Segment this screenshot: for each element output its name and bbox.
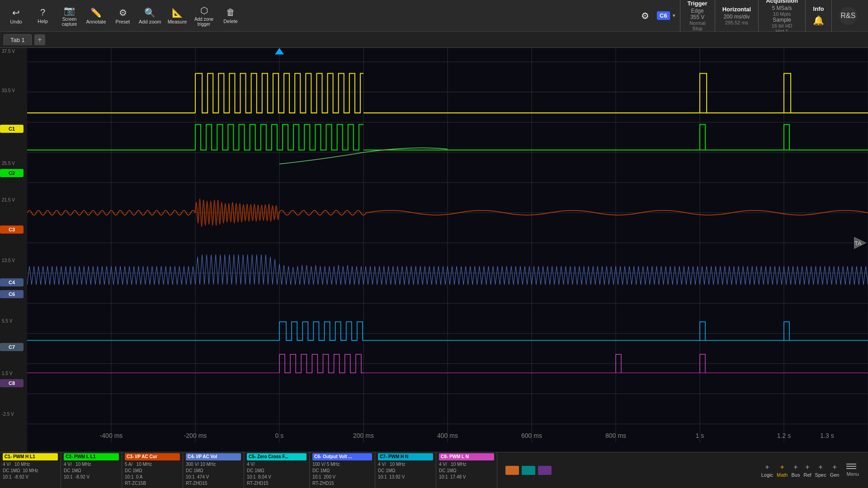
preset-icon: ⚙ bbox=[119, 7, 127, 18]
waveform-area: 37.5 V 33.5 V 29.5 V 25.5 V 21.5 V 13.5 … bbox=[0, 48, 868, 452]
color-box-purple bbox=[538, 466, 552, 475]
settings-button[interactable]: ⚙ bbox=[637, 8, 653, 24]
svg-text:-400 ms: -400 ms bbox=[100, 432, 123, 439]
main-area: Tab 1 + 37.5 V 33.5 V 29.5 V 25.5 V 21.5… bbox=[0, 32, 868, 488]
color-box-orange bbox=[505, 466, 519, 475]
info-section[interactable]: Info 🔔 bbox=[805, 0, 831, 32]
svg-text:1.2 s: 1.2 s bbox=[777, 432, 791, 439]
ch8-info[interactable]: C8- PWM L N 4 V/ 10 MHz DC 1MΩ 10:1 17.4… bbox=[436, 452, 497, 488]
right-buttons: + Logic + Math + Bus + Ref + Spec bbox=[756, 462, 868, 479]
svg-text:1.3 s: 1.3 s bbox=[820, 432, 834, 439]
ch5-info[interactable]: C5- Zero Cross F... 4 V/ DC 1MΩ 10:1 8.0… bbox=[244, 452, 310, 488]
ch4-label[interactable]: C4 bbox=[0, 278, 24, 286]
ch7-label[interactable]: C7 bbox=[0, 343, 24, 351]
camera-icon: 📷 bbox=[64, 5, 75, 16]
logic-button[interactable]: + Logic bbox=[761, 463, 773, 478]
ch8-label[interactable]: C8 bbox=[0, 379, 24, 387]
svg-text:400 ms: 400 ms bbox=[437, 432, 458, 439]
help-icon: ? bbox=[40, 7, 45, 18]
volt-label-6: 13.5 V bbox=[2, 258, 15, 263]
ch6-info[interactable]: C6- Output Volt ... 100 V/ 5 MHz DC 1MΩ … bbox=[310, 452, 375, 488]
delete-icon: 🗑 bbox=[226, 7, 235, 18]
help-button[interactable]: ? Help bbox=[30, 2, 55, 29]
menu-icon bbox=[846, 464, 856, 465]
extra-color-boxes bbox=[501, 466, 556, 475]
ch7-info[interactable]: C7- PWM H N 4 V/ 10 MHz DC 1MΩ 10:1 13.9… bbox=[375, 452, 436, 488]
acquisition-section[interactable]: Acquisition 5 MSa/s 10 Mpts Sample 16 bi… bbox=[758, 0, 805, 32]
horizontal-section[interactable]: Horizontal 200 ms/div 295.52 ms bbox=[715, 0, 759, 32]
math-button[interactable]: + Math bbox=[777, 463, 788, 478]
toolbar: ↩ Undo ? Help 📷 Screencapture ✏️ Annotat… bbox=[0, 0, 868, 32]
bell-icon: 🔔 bbox=[813, 15, 824, 26]
add-zoom-button[interactable]: 🔍 Add zoom bbox=[137, 2, 163, 29]
volt-label-9: -2.5 V bbox=[2, 412, 14, 417]
add-zone-trigger-button[interactable]: ⬡ Add zonetrigger bbox=[192, 2, 217, 29]
waveform-canvas[interactable]: -400 ms -200 ms 0 s 200 ms 400 ms 600 ms… bbox=[27, 48, 868, 452]
measure-button[interactable]: 📐 Measure bbox=[165, 2, 190, 29]
measure-icon: 📐 bbox=[172, 7, 183, 18]
svg-text:1 s: 1 s bbox=[696, 432, 704, 439]
tab-bar: Tab 1 + bbox=[0, 32, 868, 48]
ch1-label[interactable]: C1 bbox=[0, 125, 24, 133]
svg-text:600 ms: 600 ms bbox=[521, 432, 542, 439]
y-axis: 37.5 V 33.5 V 29.5 V 25.5 V 21.5 V 13.5 … bbox=[0, 48, 27, 452]
preset-button[interactable]: ⚙ Preset bbox=[110, 2, 135, 29]
ch2-info[interactable]: C2- PWM L L1 4 V/ 10 MHz DC 1MΩ 10:1 -8.… bbox=[61, 452, 122, 488]
trigger-channel-selector[interactable]: C6 ▼ bbox=[653, 11, 680, 20]
screen-capture-button[interactable]: 📷 Screencapture bbox=[57, 2, 82, 29]
spec-button[interactable]: + Spec bbox=[815, 463, 826, 478]
undo-icon: ↩ bbox=[12, 7, 20, 18]
ch2-label[interactable]: C2 bbox=[0, 169, 24, 177]
svg-text:800 ms: 800 ms bbox=[605, 432, 626, 439]
delete-button[interactable]: 🗑 Delete bbox=[218, 2, 243, 29]
svg-text:200 ms: 200 ms bbox=[353, 432, 374, 439]
svg-text:-200 ms: -200 ms bbox=[184, 432, 207, 439]
add-tab-button[interactable]: + bbox=[34, 34, 45, 45]
logo-icon: R&S bbox=[839, 7, 857, 25]
ch3-label[interactable]: C3 bbox=[0, 225, 24, 234]
zone-trigger-icon: ⬡ bbox=[200, 5, 208, 16]
volt-label-7: 5.5 V bbox=[2, 319, 12, 324]
channel-info-bar: C1- PWM H L1 4 V/ 10 MHz DC 1MΩ 10 MHz 1… bbox=[0, 452, 868, 488]
trigger-marker bbox=[275, 48, 284, 54]
svg-text:TA: TA bbox=[854, 240, 862, 247]
zoom-icon: 🔍 bbox=[144, 7, 156, 18]
ch6-label[interactable]: C6 bbox=[0, 290, 24, 298]
oscilloscope-view: 37.5 V 33.5 V 29.5 V 25.5 V 21.5 V 13.5 … bbox=[0, 48, 868, 488]
ch3-info[interactable]: C3- I/P AC Cur 5 A/ 10 MHz DC 1MΩ 10:1 0… bbox=[122, 452, 183, 488]
ch1-info[interactable]: C1- PWM H L1 4 V/ 10 MHz DC 1MΩ 10 MHz 1… bbox=[0, 452, 61, 488]
annotate-icon: ✏️ bbox=[90, 7, 102, 18]
annotate-button[interactable]: ✏️ Annotate bbox=[84, 2, 108, 29]
chevron-down-icon: ▼ bbox=[672, 13, 676, 18]
svg-text:0 s: 0 s bbox=[275, 432, 284, 439]
volt-label-8: 1.5 V bbox=[2, 371, 12, 376]
tab-1[interactable]: Tab 1 bbox=[4, 34, 32, 45]
menu-button[interactable]: Menu bbox=[843, 462, 863, 479]
ch4-info[interactable]: C4- I/P AC Vol 300 V/ 10 MHz DC 1MΩ 10:1… bbox=[183, 452, 244, 488]
color-box-teal bbox=[522, 466, 535, 475]
ref-button[interactable]: + Ref bbox=[803, 463, 811, 478]
waveform-svg: -400 ms -200 ms 0 s 200 ms 400 ms 600 ms… bbox=[27, 48, 868, 452]
volt-label-5: 21.5 V bbox=[2, 197, 15, 202]
volt-label-2: 33.5 V bbox=[2, 88, 15, 93]
logo-section: R&S bbox=[831, 0, 864, 32]
volt-label-4: 25.5 V bbox=[2, 161, 15, 166]
volt-label-1: 37.5 V bbox=[2, 49, 15, 54]
gen-button[interactable]: + Gen bbox=[830, 463, 840, 478]
trigger-section[interactable]: Trigger Edge 355 V Normal Stop bbox=[680, 0, 715, 32]
header-right: ⚙ C6 ▼ Trigger Edge 355 V Normal Stop Ho… bbox=[637, 0, 864, 32]
bus-button[interactable]: + Bus bbox=[792, 463, 800, 478]
undo-button[interactable]: ↩ Undo bbox=[4, 2, 28, 29]
